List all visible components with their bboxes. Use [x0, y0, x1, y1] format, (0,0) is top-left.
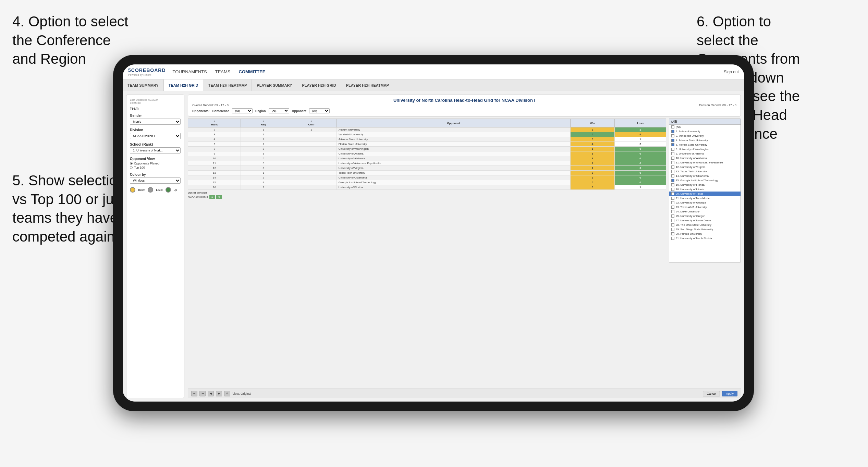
dropdown-item[interactable]: 8. University of Washington — [669, 147, 741, 151]
dropdown-item[interactable]: 14. University of Oklahoma — [669, 174, 741, 178]
dropdown-item-label: 10. University of Alabama — [676, 157, 707, 160]
dropdown-item[interactable]: 2. Auburn University — [669, 129, 741, 134]
table-row: 16 2 University of Florida 5 1 — [188, 185, 666, 190]
out-of-div-win: 1 — [209, 195, 215, 199]
dropdown-item[interactable]: 6. Florida State University — [669, 143, 741, 147]
dropdown-item[interactable]: 28. The Ohio State University — [669, 223, 741, 227]
table-row: 9 3 University of Arizona 1 0 — [188, 151, 666, 156]
cell-win: 1 — [570, 166, 614, 171]
dropdown-checkbox — [671, 232, 674, 235]
grid-table-area: #Rank #Reg #Conf Opponent Win Loss 2 1 — [188, 119, 666, 386]
nav-signout[interactable]: Sign out — [724, 70, 739, 74]
cell-loss: 0 — [615, 175, 666, 180]
dropdown-item[interactable]: (All) — [669, 125, 741, 129]
dropdown-checkbox — [671, 125, 674, 128]
opponent-select[interactable]: (All) — [309, 108, 330, 113]
dropdown-item-label: (All) — [676, 125, 681, 128]
nav-teams[interactable]: TEAMS — [215, 68, 231, 76]
dropdown-item[interactable]: 3. Vanderbilt University — [669, 134, 741, 138]
forward-button[interactable]: ▶ — [216, 391, 222, 396]
table-row: 8 2 University of Washington 1 0 — [188, 147, 666, 151]
th-win: Win — [570, 119, 614, 127]
conference-select[interactable]: (All) — [232, 108, 253, 113]
th-rank: #Rank — [188, 119, 241, 127]
dropdown-checkbox — [671, 161, 674, 164]
dropdown-item[interactable]: 13. Texas Tech University — [669, 169, 741, 174]
undo-button[interactable]: ↩ — [191, 391, 197, 396]
dropdown-item-label: 13. Texas Tech University — [676, 170, 707, 173]
dropdown-item-label: 3. Vanderbilt University — [676, 134, 704, 137]
cell-loss: 0 — [615, 156, 666, 161]
refresh-button[interactable]: ⟳ — [224, 391, 230, 396]
cell-reg: 6 — [241, 161, 286, 166]
dropdown-item-label: 12. University of Virginia — [676, 165, 705, 169]
division-select[interactable]: NCAA Division I — [130, 133, 181, 139]
dropdown-item[interactable]: 21. University of New Mexico — [669, 196, 741, 200]
colour-by-select[interactable]: Win/loss — [130, 177, 181, 184]
nav-committee[interactable]: COMMITTEE — [239, 68, 266, 76]
dropdown-item[interactable]: 15. Georgia Institute of Technology — [669, 178, 741, 183]
opponents-filter-label: Opponents: — [192, 109, 210, 113]
school-select[interactable]: 1. University of Nort... — [130, 147, 181, 153]
dropdown-checkbox — [671, 143, 674, 146]
cell-win: 4 — [570, 142, 614, 147]
dropdown-item[interactable]: 9. University of Arizona — [669, 151, 741, 156]
dropdown-item[interactable]: 31. University of North Florida — [669, 236, 741, 241]
tablet-frame: 5COREBOARD Powered by Nifient TOURNAMENT… — [113, 55, 754, 411]
region-select[interactable]: (All) — [269, 108, 289, 113]
dropdown-item[interactable]: 12. University of Virginia — [669, 165, 741, 169]
cell-opponent: Arizona State University — [337, 137, 570, 142]
cell-opponent: University of Virginia — [337, 166, 570, 171]
dropdown-item[interactable]: 25. University of Oregon — [669, 214, 741, 218]
cell-loss: 1 — [615, 185, 666, 190]
cell-reg: 2 — [241, 132, 286, 137]
dropdown-item[interactable]: 24. Duke University — [669, 209, 741, 214]
dropdown-item[interactable]: 11. University of Arkansas, Fayetteville — [669, 160, 741, 165]
cell-rank: 11 — [188, 161, 241, 166]
opponent-view-label: Opponent View — [130, 157, 181, 161]
subnav-team-h2h-grid[interactable]: TEAM H2H GRID — [164, 79, 204, 91]
cell-rank: 9 — [188, 151, 241, 156]
nav-tournaments[interactable]: TOURNAMENTS — [173, 68, 207, 76]
subnav-team-h2h-heatmap[interactable]: TEAM H2H HEATMAP — [203, 79, 252, 91]
subnav-team-summary[interactable]: TEAM SUMMARY — [123, 79, 164, 91]
legend-up — [166, 187, 171, 193]
cell-opponent: Vanderbilt University — [337, 132, 570, 137]
dropdown-item[interactable]: 16. University of Florida — [669, 183, 741, 187]
dropdown-item[interactable]: 27. University of Notre Dame — [669, 218, 741, 223]
dropdown-item[interactable]: 20. University of Texas — [669, 192, 741, 196]
school-section: School (Rank) 1. University of Nort... — [130, 143, 181, 153]
subnav-player-h2h-grid[interactable]: PLAYER H2H GRID — [297, 79, 341, 91]
radio-label-opponents-played: Opponents Played — [134, 162, 159, 165]
cell-opponent: University of Arkansas, Fayetteville — [337, 161, 570, 166]
dropdown-item-label: 2. Auburn University — [676, 130, 700, 133]
dropdown-checkbox — [671, 130, 674, 133]
back-button[interactable]: ◀ — [208, 391, 214, 396]
dropdown-item[interactable]: 29. San Diego State University — [669, 227, 741, 232]
redo-button[interactable]: ↪ — [199, 391, 206, 396]
subnav-player-summary[interactable]: PLAYER SUMMARY — [252, 79, 297, 91]
dropdown-item[interactable]: 22. University of Georgia — [669, 200, 741, 205]
dropdown-item[interactable]: 10. University of Alabama — [669, 156, 741, 160]
dropdown-checkbox — [671, 170, 674, 173]
dropdown-item[interactable]: 18. University of Illinois — [669, 187, 741, 192]
grid-table: #Rank #Reg #Conf Opponent Win Loss 2 1 — [188, 119, 666, 190]
gender-select[interactable]: Men's — [130, 119, 181, 125]
cell-rank: 3 — [188, 132, 241, 137]
dropdown-item[interactable]: 4. Arizona State University — [669, 138, 741, 143]
dropdown-item[interactable]: 30. Purdue University — [669, 232, 741, 236]
cell-reg: 3 — [241, 166, 286, 171]
division-record: Division Record: 88 - 17 - 0 — [699, 103, 736, 107]
dropdown-checkbox — [671, 201, 674, 204]
radio-top100[interactable]: Top 100 — [130, 166, 181, 169]
dropdown-item-label: 4. Arizona State University — [676, 139, 708, 142]
opponent-dropdown-panel[interactable]: (All) (All)2. Auburn University3. Vander… — [669, 119, 741, 262]
table-row: 15 4 Georgia Institute of Technology 5 0 — [188, 180, 666, 185]
radio-opponents-played[interactable]: Opponents Played — [130, 162, 181, 165]
title-records: Overall Record: 89 - 17 - 0 Division Rec… — [192, 103, 736, 107]
apply-button[interactable]: Apply — [722, 391, 737, 396]
dropdown-item[interactable]: 23. Texas A&M University — [669, 205, 741, 209]
cell-win: 3 — [570, 156, 614, 161]
cancel-button[interactable]: Cancel — [703, 391, 720, 396]
subnav-player-h2h-heatmap[interactable]: PLAYER H2H HEATMAP — [341, 79, 394, 91]
